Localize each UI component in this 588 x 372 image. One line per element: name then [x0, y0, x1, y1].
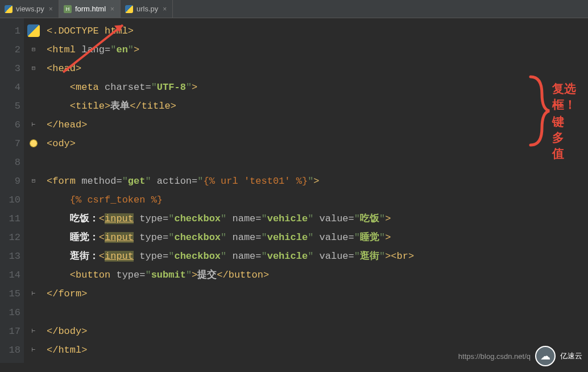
code-line [47, 153, 414, 172]
fold-icon[interactable]: ⊟ [32, 46, 36, 53]
line-number: 4 [6, 78, 20, 97]
code-line: {% csrf_token %} [47, 191, 414, 209]
python-icon [5, 5, 13, 13]
code-line: <title>表单</title> [47, 97, 414, 115]
line-number: 18 [6, 341, 20, 359]
close-icon[interactable]: × [109, 5, 115, 13]
line-number: 13 [6, 247, 20, 266]
lightbulb-icon[interactable] [30, 139, 38, 147]
line-number: 17 [6, 322, 20, 341]
line-gutter: 1 2 3 4 5 6 7 8 9 10 11 12 13 14 15 16 1… [0, 18, 24, 363]
code-line: </form> [47, 284, 414, 303]
line-number: 5 [6, 97, 20, 115]
html-icon: H [64, 5, 72, 13]
fold-icon[interactable]: ⊟ [32, 177, 36, 184]
tab-label: urls.py [136, 5, 158, 13]
line-number: 6 [6, 115, 20, 134]
line-number: 14 [6, 266, 20, 284]
code-line: 睡觉：<input type="checkbox" name="vehicle"… [47, 228, 414, 247]
bracket-annotation-icon [528, 74, 550, 148]
tab-views-py[interactable]: views.py × [0, 0, 59, 18]
editor-tabs: views.py × H form.html × urls.py × [0, 0, 588, 18]
line-number: 9 [6, 172, 20, 191]
python-glyph-icon [27, 24, 40, 37]
code-line: </head> [47, 115, 414, 134]
code-line: </body> [47, 322, 414, 341]
line-number: 10 [6, 191, 20, 209]
watermark: https://blog.csdn.net/q ☁ 亿速云 [458, 346, 582, 366]
close-icon[interactable]: × [162, 5, 168, 13]
code-line: <form method="get" action="{% url 'test0… [47, 172, 414, 191]
code-line: <button type="submit">提交</button> [47, 266, 414, 284]
fold-end-icon: ⊢ [32, 121, 36, 128]
line-number: 15 [6, 284, 20, 303]
tab-label: views.py [16, 5, 44, 13]
code-area[interactable]: <.DOCTYPE html> <html lang="en"> <head> … [43, 18, 414, 363]
watermark-brand: 亿速云 [560, 351, 582, 361]
line-number: 2 [6, 40, 20, 59]
line-number: 11 [6, 209, 20, 228]
line-number: 12 [6, 228, 20, 247]
line-number: 16 [6, 303, 20, 322]
code-line: <ody> [47, 134, 414, 153]
fold-column: ⊟ ⊟ ⊢ ⊟ ⊢ ⊢ ⊢ [24, 18, 43, 363]
line-number: 8 [6, 153, 20, 172]
tab-form-html[interactable]: H form.html × [59, 0, 121, 18]
cloud-icon: ☁ [535, 346, 556, 366]
code-line: 吃饭：<input type="checkbox" name="vehicle"… [47, 209, 414, 228]
tab-urls-py[interactable]: urls.py × [121, 0, 173, 18]
svg-line-0 [63, 25, 123, 72]
close-icon[interactable]: × [48, 5, 54, 13]
code-line: <meta charset="UTF-8"> [47, 78, 414, 97]
annotation-text: 一键多值 [552, 98, 564, 162]
tab-label: form.html [75, 5, 106, 13]
line-number: 1 [6, 22, 20, 40]
code-line: </html> [47, 341, 414, 359]
fold-end-icon: ⊢ [32, 346, 36, 353]
code-line [47, 303, 414, 322]
fold-end-icon: ⊢ [32, 290, 36, 297]
line-number: 7 [6, 134, 20, 153]
line-number: 3 [6, 59, 20, 78]
python-icon [125, 5, 133, 13]
code-editor[interactable]: 1 2 3 4 5 6 7 8 9 10 11 12 13 14 15 16 1… [0, 18, 588, 363]
code-line: 逛街：<input type="checkbox" name="vehicle"… [47, 247, 414, 266]
watermark-url: https://blog.csdn.net/q [458, 352, 531, 361]
fold-end-icon: ⊢ [32, 328, 36, 334]
arrow-annotation-icon [57, 22, 131, 79]
fold-icon[interactable]: ⊟ [32, 65, 36, 72]
